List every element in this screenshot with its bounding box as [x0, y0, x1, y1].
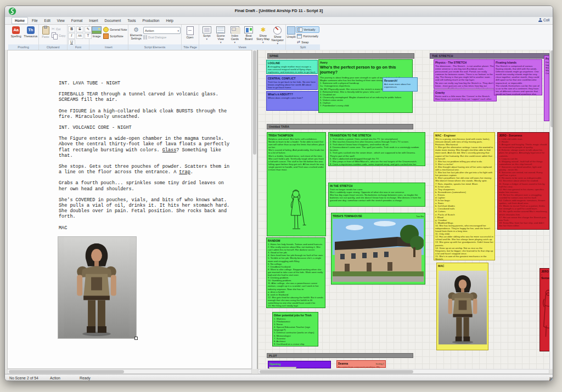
font-size-button[interactable]: AA [76, 33, 83, 39]
show-story-map-button[interactable]: ✱Show Story Map▾ [256, 25, 270, 44]
chevron-down-icon: ▾ [262, 41, 264, 44]
chevron-down-icon: ▾ [234, 41, 235, 44]
script-horizontal-scrollbar[interactable] [7, 369, 252, 374]
board-horizontal-scrollbar[interactable] [258, 369, 549, 374]
index-cards-icon [231, 26, 239, 33]
script-inline-image[interactable] [58, 236, 137, 339]
card-floating-islands[interactable]: Floating Islands The Stretch is comprise… [494, 59, 542, 95]
card-title: CENTRAL CONFLICT [268, 77, 316, 80]
card-research[interactable]: Research! Ask mom more about her experie… [383, 77, 418, 92]
section-header-plot[interactable]: PLOT [267, 353, 413, 358]
script-view-button[interactable]: Script▾ [200, 25, 214, 41]
image-label: Image [93, 35, 101, 38]
script-character: MAC [59, 225, 245, 231]
card-gravity[interactable]: Gravity Exists and is a little more like… [434, 89, 497, 101]
script-body: INT. LAVA TUBE - NIGHTFIREBALLS TEAR thr… [59, 81, 245, 339]
general-note-button[interactable]: General Note [103, 27, 127, 32]
section-header-spine[interactable]: SPINE [267, 53, 414, 59]
menu-edit[interactable]: Edit [42, 18, 53, 24]
menu-production[interactable]: Production [139, 18, 162, 24]
collaborate-button[interactable]: Coll [538, 18, 553, 22]
card-title: LOGLINE [268, 61, 316, 65]
image-button[interactable]: Image [90, 25, 103, 38]
townhouse-photo [333, 219, 424, 282]
card-body: The dimension - The Stretch - is not ano… [435, 65, 495, 89]
card-central-conflict[interactable]: CENTRAL CONFLICT Trish has to get back t… [266, 75, 318, 90]
script-vertical-scrollbar[interactable] [252, 50, 257, 369]
menu-format[interactable]: Format [69, 18, 86, 24]
card-in-the-stretch[interactable]: IN THE STRETCH Trish no longer needs her… [328, 183, 425, 207]
scroll-thumb[interactable] [9, 370, 124, 373]
tab-home[interactable]: Home [12, 17, 28, 24]
group-label-insert: Insert [89, 44, 128, 50]
jero-sketch-image [541, 280, 549, 351]
strikethrough-button[interactable]: S [76, 26, 83, 32]
collaborate-label: Coll [543, 18, 549, 22]
group-label-split: Split [286, 44, 320, 50]
cut-button[interactable]: ✂Cut [52, 27, 65, 31]
title-bar[interactable]: Final Draft - [Untitled Airship FD 11 - … [5, 6, 553, 18]
italic-button[interactable]: I [68, 33, 75, 39]
spelling-button[interactable]: AaSpelling [9, 25, 24, 38]
scroll-thumb[interactable] [260, 370, 413, 373]
section-header-untitled-tara[interactable]: Untitled TARA [267, 124, 413, 129]
menu-file[interactable]: File [29, 18, 40, 24]
window-title: Final Draft - [Untitled Airship FD 11 - … [5, 8, 553, 13]
card-meta: Two-Sto [416, 215, 424, 218]
ribbon-group-script-elements: ⚙Elements Settings Action▾ Dual Dialogue… [128, 25, 182, 50]
unsplit-button[interactable]: Unsplit [286, 25, 296, 38]
status-bar: No Scene 2 of 54 Action Ready − + 200% [5, 374, 553, 381]
card-trish-thompson[interactable]: TRISH THOMPSON Helpless and afraid. She … [267, 132, 326, 236]
menu-tools[interactable]: Tools [125, 18, 138, 24]
unsplit-label: Unsplit [287, 35, 296, 38]
card-mac-engineer[interactable]: MAC - Engineer She is a young, mischievo… [434, 132, 495, 260]
chevron-down-icon: ▾ [177, 29, 179, 32]
card-body: Deep fog Storms Winds Currents [546, 61, 548, 75]
elements-settings-button[interactable]: ⚙Elements Settings [129, 25, 143, 40]
card-title: TRISH'S TOWNHOUSE [333, 214, 362, 218]
thesaurus-button[interactable]: ThThesaurus [24, 25, 38, 38]
scriptnote-button[interactable]: ScriptNote [103, 33, 127, 39]
card-beat-tag: Inciting 1 [376, 363, 384, 365]
group-label-clipboard: Clipboard [39, 44, 67, 50]
beat-board-button[interactable]: Beat Board [242, 25, 256, 41]
section-header-the-stretch[interactable]: THE STRETCH [430, 53, 549, 59]
dual-dialogue-button[interactable]: Dual Dialogue [143, 35, 181, 39]
beat-board-pane[interactable]: SPINE LOGLINE A struggling single mother… [258, 50, 549, 369]
script-pane[interactable]: INT. LAVA TUBE - NIGHTFIREBALLS TEAR thr… [7, 50, 252, 369]
scroll-thumb[interactable] [253, 50, 256, 155]
card-random[interactable]: RANDOM 1. Hates her Indy friends. Tattoo… [266, 237, 325, 308]
paste-button[interactable]: Paste [40, 25, 52, 38]
copy-button[interactable]: Copy [52, 32, 65, 39]
card-physics-the-stretch[interactable]: Physics - The STRETCH The dimension - Th… [434, 59, 497, 89]
selection-handle[interactable] [134, 337, 138, 340]
card-other-potential-jobs[interactable]: Other potential jobs for Trish 1. Waitre… [272, 312, 318, 346]
menu-view[interactable]: View [54, 18, 68, 24]
board-vertical-scrollbar[interactable] [549, 50, 553, 369]
split-vertically-button[interactable]: Vertically [296, 26, 319, 33]
card-title: Physics - The STRETCH [435, 61, 495, 64]
scroll-thumb[interactable] [550, 50, 553, 127]
split-horizontally-button[interactable]: Horizontally [296, 33, 319, 39]
menu-insert[interactable]: Insert [86, 18, 100, 24]
card-trish-townhouse[interactable]: TRISH'S TOWNHOUSE Two-Sto [331, 213, 425, 285]
card-transition-to-the-stretch[interactable]: TRANSITION TO THE STRETCH 1. Trish drink… [328, 132, 425, 166]
card-potential-clipped[interactable]: Potential Deep fog Storms Winds Currents [544, 55, 549, 121]
card-jero-image-clipped[interactable]: JERO - Sorceress [539, 268, 549, 351]
card-body: Trish no longer needs her cane. She's su… [330, 188, 424, 202]
index-cards-button[interactable]: Index Cards▾ [228, 25, 242, 44]
card-logline[interactable]: LOGLINE A struggling single mother must … [266, 60, 318, 74]
menu-document[interactable]: Document [102, 18, 124, 24]
menu-help[interactable]: Help [163, 18, 176, 24]
card-deanna[interactable]: Deanna Inciting 1 Escaping from someone/… [336, 360, 386, 368]
show-navigator-button[interactable]: Show Navigator▾ [270, 25, 284, 45]
card-mac-image[interactable]: MAC [436, 263, 488, 350]
card-jero-sorceress[interactable]: JERO - Sorceress 1. Little old noble man… [497, 132, 549, 230]
card-body: Exists and is a little more like 'Curren… [435, 95, 495, 101]
title-page-open-button[interactable]: Open [182, 25, 198, 39]
bold-button[interactable]: B [68, 26, 75, 32]
element-type-value: Action [145, 29, 154, 32]
scene-view-button[interactable]: Scene View▾ [214, 25, 228, 44]
element-type-dropdown[interactable]: Action▾ [143, 27, 181, 34]
card-title: Avery [320, 61, 411, 64]
